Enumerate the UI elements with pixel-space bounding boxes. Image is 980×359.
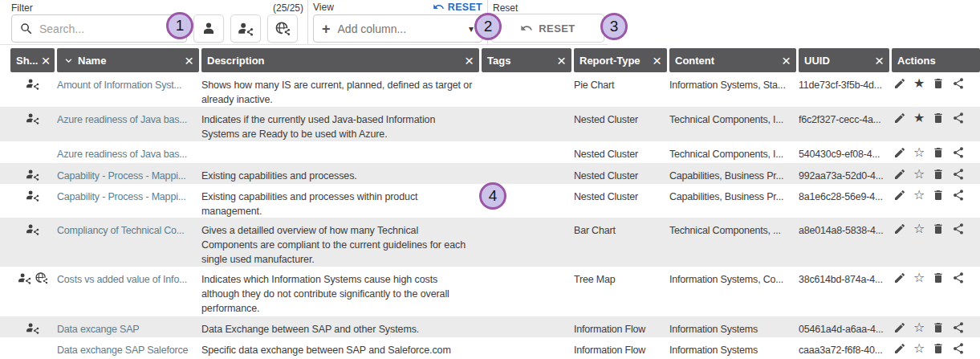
column-header-content[interactable]: Content × [669, 48, 796, 72]
delete-icon[interactable] [932, 145, 945, 160]
user-icon [201, 21, 217, 37]
report-type: Tree Map [574, 267, 667, 316]
favorite-star-icon[interactable]: ☆ [913, 320, 925, 335]
delete-icon[interactable] [932, 320, 945, 335]
share-icon[interactable] [952, 320, 965, 335]
report-tags [482, 72, 571, 107]
report-description: Existing capabilities and processes. [201, 163, 479, 184]
share-icon[interactable] [952, 76, 965, 91]
report-content: Information Systems, Co... [669, 267, 796, 316]
report-name-link[interactable]: Capability - Process - Mappi... [57, 184, 199, 218]
row-actions: ☆ [892, 141, 980, 163]
edit-icon[interactable] [893, 320, 906, 335]
favorite-star-icon[interactable]: ☆ [913, 167, 925, 182]
edit-icon[interactable] [893, 188, 906, 202]
report-name-link[interactable]: Costs vs added value of Info... [57, 267, 199, 316]
report-name-link[interactable]: Compliancy of Technical Co... [57, 218, 199, 267]
add-column-dropdown[interactable]: + Add column... ▾ [313, 14, 482, 43]
report-uuid: 38c614bd-874a-4... [799, 267, 889, 316]
close-column-icon[interactable]: × [554, 53, 566, 68]
favorite-star-icon[interactable]: ★ [913, 111, 925, 125]
favorite-star-icon[interactable]: ☆ [913, 271, 925, 285]
share-icon[interactable] [952, 111, 965, 125]
share-icon[interactable] [952, 167, 965, 182]
public-reports-filter-button[interactable] [267, 14, 298, 43]
table-row[interactable]: Capability - Process - Mappi... Existing… [0, 163, 980, 184]
edit-icon[interactable] [893, 271, 906, 285]
table-row[interactable]: Data excange SAP Data Exchange between S… [0, 316, 980, 337]
table-row[interactable]: Costs vs added value of Info... Indicate… [0, 267, 980, 316]
person-share-icon [26, 321, 39, 337]
favorite-star-icon[interactable]: ★ [913, 76, 925, 91]
report-content: Technical Components, I... [669, 141, 796, 163]
edit-icon[interactable] [893, 167, 906, 182]
edit-icon[interactable] [893, 111, 906, 125]
shared-status-cell [10, 184, 55, 218]
add-column-placeholder: Add column... [338, 22, 407, 35]
column-header-report-type[interactable]: Report-Type × [574, 48, 667, 72]
column-header-name[interactable]: Name × [57, 48, 199, 72]
report-description: Gives a detailled overview of how many T… [201, 218, 479, 267]
report-type: Information Flow [574, 337, 667, 359]
report-description: Indicates if the currently used Java-bas… [201, 107, 479, 141]
close-column-icon[interactable]: × [649, 53, 661, 68]
report-type: Nested Cluster [574, 141, 667, 163]
share-icon[interactable] [952, 222, 965, 236]
edit-icon[interactable] [893, 222, 906, 236]
table-row[interactable]: Compliancy of Technical Co... Gives a de… [0, 218, 980, 267]
report-name-link[interactable]: Data excange SAP [57, 316, 199, 337]
share-icon[interactable] [952, 145, 965, 160]
delete-icon[interactable] [932, 111, 945, 125]
delete-icon[interactable] [932, 222, 945, 236]
close-column-icon[interactable]: × [38, 53, 50, 68]
search-input[interactable] [39, 22, 179, 35]
report-uuid: 992aa73a-52d0-4... [799, 163, 889, 184]
favorite-star-icon[interactable]: ☆ [913, 341, 925, 356]
edit-icon[interactable] [893, 341, 906, 356]
search-box[interactable] [11, 14, 187, 43]
share-icon[interactable] [952, 271, 965, 285]
edit-icon[interactable] [893, 145, 906, 160]
share-icon[interactable] [952, 341, 965, 356]
report-content: Technical Components, ... [669, 218, 796, 267]
report-tags [482, 163, 571, 184]
share-icon[interactable] [952, 188, 965, 202]
reset-button[interactable]: RESET [491, 14, 604, 43]
report-description: Specific data exchange between SAP and S… [201, 337, 479, 359]
delete-icon[interactable] [932, 341, 945, 356]
table-row[interactable]: Data exchange SAP Saleforce Specific dat… [0, 337, 980, 359]
edit-icon[interactable] [893, 76, 906, 91]
report-name-link[interactable]: Azure readiness of Java bas... [57, 141, 199, 163]
close-column-icon[interactable]: × [872, 53, 884, 68]
delete-icon[interactable] [932, 188, 945, 202]
report-name-link[interactable]: Capability - Process - Mappi... [57, 163, 199, 184]
my-reports-filter-button[interactable] [193, 14, 224, 43]
column-header-tags[interactable]: Tags × [482, 48, 571, 72]
report-name-link[interactable]: Data exchange SAP Saleforce [57, 337, 199, 359]
delete-icon[interactable] [932, 271, 945, 285]
result-count: (25/25) [273, 2, 303, 14]
delete-icon[interactable] [932, 167, 945, 182]
report-type: Nested Cluster [574, 163, 667, 184]
close-column-icon[interactable]: × [462, 53, 474, 68]
report-tags [482, 218, 571, 267]
column-header-description[interactable]: Description × [201, 48, 479, 72]
table-header-row: Sh... × Name × Description × Tags × Repo… [0, 48, 980, 72]
report-uuid: f6c2f327-cecc-4a... [799, 107, 889, 141]
report-content: Information Systems [669, 316, 796, 337]
column-header-shared[interactable]: Sh... × [10, 48, 55, 72]
favorite-star-icon[interactable]: ☆ [913, 145, 925, 160]
close-column-icon[interactable]: × [181, 53, 193, 68]
close-column-icon[interactable]: × [779, 53, 791, 68]
table-row[interactable]: Amount of Information Syst... Shows how … [0, 72, 980, 107]
delete-icon[interactable] [932, 76, 945, 91]
report-name-link[interactable]: Amount of Information Syst... [57, 72, 199, 107]
favorite-star-icon[interactable]: ☆ [913, 188, 925, 202]
shared-reports-filter-button[interactable] [230, 14, 261, 43]
table-row[interactable]: Azure readiness of Java bas... Indicates… [0, 107, 980, 141]
table-row[interactable]: Azure readiness of Java bas... Nested Cl… [0, 141, 980, 163]
report-name-link[interactable]: Azure readiness of Java bas... [57, 107, 199, 141]
column-header-uuid[interactable]: UUID × [799, 48, 889, 72]
view-reset-link[interactable]: RESET [433, 1, 482, 13]
favorite-star-icon[interactable]: ☆ [913, 222, 925, 236]
